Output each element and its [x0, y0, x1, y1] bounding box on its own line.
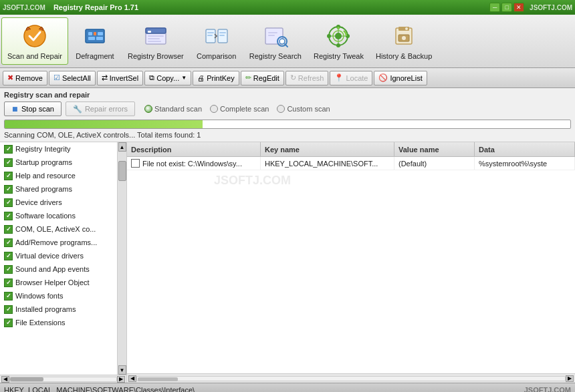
category-item-software-locations[interactable]: Software locations [0, 209, 117, 222]
svg-line-22 [285, 44, 288, 47]
locate-label: Locate [346, 74, 368, 82]
print-key-icon: 🖨 [197, 74, 205, 82]
print-key-button[interactable]: 🖨 PrintKey [193, 71, 239, 85]
invert-sel-button[interactable]: ⇄ InvertSel [97, 71, 143, 85]
toolbar-history-backup[interactable]: History & Backup [370, 17, 438, 65]
toolbar-registry-browser[interactable]: Registry Browser [122, 17, 190, 65]
refresh-label: Refresh [298, 74, 324, 82]
copy-button[interactable]: ⧉ Copy... ▼ [144, 71, 191, 85]
category-label-file-extensions: File Extensions [15, 319, 66, 327]
history-backup-icon [390, 23, 417, 49]
ignore-list-button[interactable]: 🚫 IgnoreList [374, 71, 427, 85]
category-item-registry-integrity[interactable]: Registry Integrity [0, 142, 117, 156]
refresh-button[interactable]: ↻ Refresh [285, 71, 329, 85]
category-item-virtual-device[interactable]: Virtual device drivers [0, 249, 117, 262]
category-item-installed-programs[interactable]: Installed programs [0, 303, 117, 316]
category-item-com-ole-activex[interactable]: COM, OLE, ActiveX co... [0, 222, 117, 236]
table-scroll-track [136, 376, 566, 381]
left-horizontal-scrollbar[interactable]: ◀ ▶ [0, 375, 126, 383]
category-item-device-drivers[interactable]: Device drivers [0, 196, 117, 209]
category-checkbox-device-drivers[interactable] [4, 198, 13, 207]
copy-icon: ⧉ [149, 73, 154, 82]
maximize-button[interactable]: □ [501, 3, 512, 12]
reg-edit-button[interactable]: ✏ RegEdit [241, 71, 284, 85]
col-header-valuename: Value name [394, 142, 475, 156]
category-label-registry-integrity: Registry Integrity [15, 145, 71, 153]
category-checkbox-shared-programs[interactable] [4, 185, 13, 194]
categories-scrollbar[interactable]: ▲ ▼ [117, 142, 126, 375]
category-item-add-remove[interactable]: Add/Remove programs... [0, 236, 117, 249]
toolbar-registry-tweak[interactable]: Registry Tweak [308, 17, 370, 65]
svg-rect-5 [88, 37, 95, 40]
category-checkbox-com-ole-activex[interactable] [4, 225, 13, 234]
category-checkbox-browser-helper[interactable] [4, 278, 13, 287]
toolbar-registry-search[interactable]: Registry Search [243, 17, 308, 65]
title-bar-controls: ─ □ ✕ JSOFTJ.COM [489, 3, 572, 12]
registry-tweak-icon [325, 23, 352, 49]
scrollbar-thumb[interactable] [118, 161, 126, 181]
category-item-shared-programs[interactable]: Shared programs [0, 182, 117, 196]
category-label-sound-app: Sound and App events [15, 265, 90, 273]
category-label-virtual-device: Virtual device drivers [15, 252, 84, 260]
select-all-icon: ☑ [53, 73, 60, 82]
row-checkbox-0[interactable] [131, 159, 140, 168]
table-scroll-left-arrow[interactable]: ◀ [128, 375, 136, 382]
cell-keyname-0: HKEY_LOCAL_MACHINE\SOFT... [261, 157, 394, 170]
locate-icon: 📍 [334, 73, 344, 82]
category-checkbox-sound-app[interactable] [4, 265, 13, 274]
table-row[interactable]: File not exist: C:\Windows\sy...HKEY_LOC… [127, 157, 575, 170]
category-checkbox-help-resource[interactable] [4, 172, 13, 180]
standard-scan-radio[interactable]: Standard scan [144, 105, 202, 113]
locate-button[interactable]: 📍 Locate [330, 71, 372, 85]
left-scroll-left-arrow[interactable]: ◀ [1, 376, 9, 383]
toolbar-scan-repair[interactable]: Scan and Repair [1, 17, 68, 65]
category-item-browser-helper[interactable]: Browser Helper Object [0, 276, 117, 289]
category-checkbox-windows-fonts[interactable] [4, 292, 13, 301]
category-checkbox-software-locations[interactable] [4, 212, 13, 220]
category-item-sound-app[interactable]: Sound and App events [0, 262, 117, 276]
table-scroll-right-arrow[interactable]: ▶ [566, 375, 574, 382]
repair-errors-button[interactable]: 🔧 Repair errors [66, 102, 135, 116]
main-content: Registry IntegrityStartup programsHelp a… [0, 142, 575, 383]
close-button[interactable]: ✕ [513, 3, 524, 12]
scrollbar-down-arrow[interactable]: ▼ [118, 365, 126, 375]
category-item-file-extensions[interactable]: File Extensions [0, 316, 117, 329]
toolbar-defragment[interactable]: Defragment [68, 17, 122, 65]
registry-browser-icon [142, 23, 169, 49]
toolbar-registry-search-label: Registry Search [249, 52, 302, 60]
bottom-scrollbar[interactable]: ◀ ▶ [127, 373, 575, 383]
category-item-startup-programs[interactable]: Startup programs [0, 156, 117, 169]
custom-scan-radio[interactable]: Custom scan [277, 105, 330, 113]
category-checkbox-virtual-device[interactable] [4, 252, 13, 260]
toolbar-comparison[interactable]: Comparison [190, 17, 243, 65]
reg-edit-label: RegEdit [253, 74, 279, 82]
print-key-label: PrintKey [207, 74, 235, 82]
category-checkbox-add-remove[interactable] [4, 238, 13, 247]
svg-rect-10 [148, 35, 164, 37]
stop-scan-label: Stop scan [21, 105, 54, 113]
category-checkbox-startup-programs[interactable] [4, 158, 13, 167]
category-item-windows-fonts[interactable]: Windows fonts [0, 289, 117, 303]
category-checkbox-installed-programs[interactable] [4, 305, 13, 314]
custom-scan-label: Custom scan [287, 105, 330, 113]
remove-icon: ✖ [7, 73, 13, 82]
remove-button[interactable]: ✖ Remove [3, 71, 47, 85]
scan-controls: ⏹ Stop scan 🔧 Repair errors Standard sca… [4, 102, 571, 116]
scrollbar-up-arrow[interactable]: ▲ [118, 142, 126, 152]
stop-scan-button[interactable]: ⏹ Stop scan [4, 102, 62, 116]
complete-scan-radio[interactable]: Complete scan [210, 105, 269, 113]
category-checkbox-file-extensions[interactable] [4, 319, 13, 327]
select-all-button[interactable]: ☑ SelectAll [49, 71, 96, 85]
copy-label: Copy... [156, 74, 179, 82]
toolbar-registry-tweak-label: Registry Tweak [314, 52, 364, 60]
toolbar-defragment-label: Defragment [76, 52, 114, 60]
table-scroll-thumb[interactable] [138, 377, 178, 381]
table-header: Description Key name Value name Data [127, 142, 575, 157]
left-scroll-thumb[interactable] [10, 377, 43, 381]
repair-errors-icon: 🔧 [73, 105, 82, 114]
category-checkbox-registry-integrity[interactable] [4, 145, 13, 154]
minimize-button[interactable]: ─ [489, 3, 500, 12]
left-scroll-right-arrow[interactable]: ▶ [117, 376, 125, 383]
select-all-label: SelectAll [62, 74, 91, 82]
category-item-help-resource[interactable]: Help and resource [0, 169, 117, 182]
